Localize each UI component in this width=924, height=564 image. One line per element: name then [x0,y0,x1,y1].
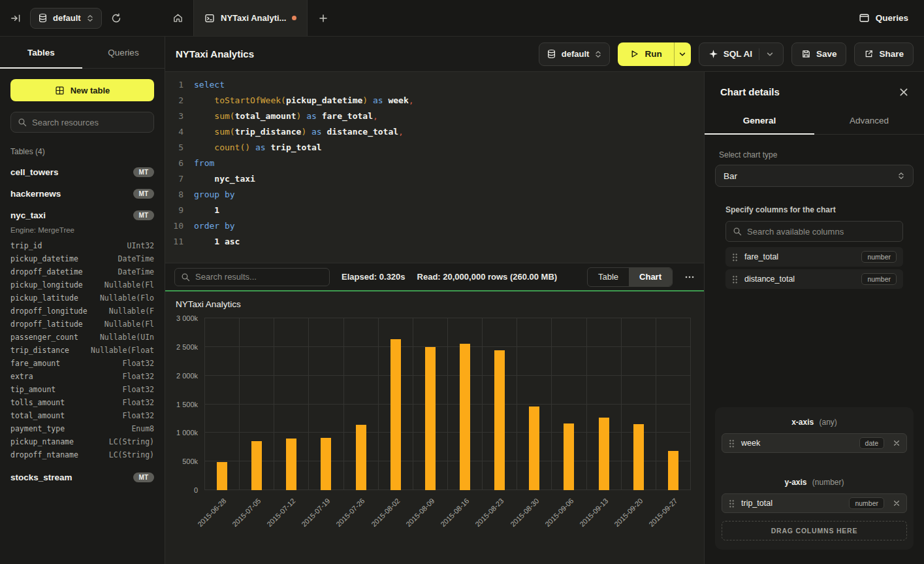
search-columns-input[interactable] [747,227,896,237]
editor-column: 1select2 toStartOfWeek(pickup_datetime) … [165,72,704,564]
tables-tab-label: Tables [27,48,55,58]
remove-column-button[interactable] [893,440,900,446]
x-axis-header: x-axis (any) [722,418,907,427]
run-options-caret[interactable] [674,42,691,66]
code-line[interactable]: 3 sum(total_amount) as fare_total, [165,108,704,124]
bar [286,439,296,490]
code-text: nyc_taxi [194,171,255,187]
share-label: Share [879,49,904,59]
code-line[interactable]: 2 toStartOfWeek(pickup_datetime) as week… [165,93,704,108]
close-panel-button[interactable] [899,88,908,97]
x-axis-tick-label: 2015-09-20 [613,497,644,528]
code-line[interactable]: 6from [165,156,704,171]
query-tab[interactable]: NYTaxi Analyti... [193,0,308,36]
new-table-label: New table [71,86,110,95]
column-type: Nullable(Fl [104,320,154,329]
drag-handle-icon[interactable] [729,499,735,508]
home-tab[interactable] [162,0,193,36]
x-axis-block: x-axis (any) week date [722,418,907,453]
y-axis-header: y-axis (number) [722,478,907,487]
caret-down-icon[interactable] [766,50,774,58]
new-tab-button[interactable] [308,0,339,36]
collapse-sidebar-button[interactable] [10,13,21,24]
topbar-left: default [0,0,162,36]
table-row[interactable]: stocks_stream MT [10,467,154,488]
columns-search[interactable] [725,221,903,242]
bar [217,462,227,490]
refresh-button[interactable] [111,13,121,24]
queries-button[interactable]: Queries [859,12,908,24]
general-tab-label: General [743,116,776,125]
column-name: trip_total [741,499,773,508]
table-row[interactable]: cell_towers MT [10,161,154,183]
column-type: DateTime [118,254,154,263]
code-line[interactable]: 5 count() as trip_total [165,140,704,156]
tab-general[interactable]: General [705,108,814,134]
database-selector[interactable]: default [30,8,102,29]
drag-handle-icon[interactable] [732,275,738,284]
more-options-button[interactable] [684,272,695,282]
x-axis-tick-label: 2015-07-05 [231,497,262,528]
code-line[interactable]: 8group by [165,187,704,203]
search-resources-input[interactable] [32,118,147,127]
chart-view-button[interactable]: Chart [629,268,672,286]
bar [321,438,331,490]
run-button[interactable]: Run [618,42,690,66]
drop-zone[interactable]: DRAG COLUMNS HERE [722,521,907,540]
available-column-row[interactable]: fare_totalnumber [725,247,903,267]
search-results-input[interactable] [195,272,323,282]
column-list: trip_idUInt32pickup_datetimeDateTimedrop… [10,239,154,461]
database-selector-main[interactable]: default [539,42,611,66]
sql-ai-button[interactable]: SQL AI [699,42,784,66]
column-name: pickup_datetime [10,254,78,263]
available-column-row[interactable]: distance_totalnumber [725,269,903,289]
x-axis-column-row[interactable]: week date [722,433,907,453]
code-line[interactable]: 9 1 [165,203,704,218]
x-axis-tick-label: 2015-08-16 [439,497,470,528]
tab-advanced[interactable]: Advanced [814,108,924,134]
drag-handle-icon[interactable] [729,439,735,448]
code-text: 1 asc [194,234,240,250]
y-axis-tick-label: 0 [194,486,198,494]
sidebar-tab-queries[interactable]: Queries [82,37,165,68]
column-name: trip_id [10,241,42,250]
x-axis-tick-label: 2015-06-28 [196,497,227,528]
sidebar-tab-tables[interactable]: Tables [0,37,82,68]
run-button-main[interactable]: Run [618,42,673,66]
table-view-button[interactable]: Table [588,268,629,286]
close-icon [893,500,900,506]
column-type: Enum8 [131,424,154,433]
results-search[interactable] [174,268,330,286]
sql-editor[interactable]: 1select2 toStartOfWeek(pickup_datetime) … [165,72,704,263]
sidebar-search[interactable] [10,112,154,133]
x-axis-tick-label: 2015-08-30 [509,497,540,528]
code-line[interactable]: 1select [165,77,704,93]
bar [564,423,574,490]
save-button[interactable]: Save [791,42,847,66]
chart-type-select[interactable]: Bar [715,165,914,187]
share-button[interactable]: Share [854,42,914,66]
table-row-expanded[interactable]: nyc_taxi MT [10,205,154,226]
remove-column-button[interactable] [893,500,900,506]
chart-panel: NYTaxi Analytics 0500k1 000k1 500k2 000k… [165,290,704,564]
y-axis-column-row[interactable]: trip_total number [722,493,907,513]
ellipsis-icon [684,272,695,282]
table-column-row: payment_typeEnum8 [10,422,154,435]
chart-category-slot [552,318,586,490]
code-line[interactable]: 11 1 asc [165,234,704,250]
home-icon [172,12,183,24]
app: default NYTaxi Analyti... Queri [0,0,924,564]
line-number: 9 [165,203,183,218]
drag-handle-icon[interactable] [732,253,738,261]
table-column-row: pickup_datetimeDateTime [10,252,154,265]
chevrons-updown-icon [897,172,905,180]
close-icon [899,88,908,97]
code-line[interactable]: 7 nyc_taxi [165,171,704,187]
code-text: select [194,77,225,93]
code-line[interactable]: 10order by [165,218,704,234]
new-table-button[interactable]: New table [10,79,154,101]
code-line[interactable]: 4 sum(trip_distance) as distance_total, [165,124,704,140]
x-axis-tick-label: 2015-08-02 [370,497,401,528]
table-row[interactable]: hackernews MT [10,183,154,205]
chevrons-updown-icon [594,50,602,58]
